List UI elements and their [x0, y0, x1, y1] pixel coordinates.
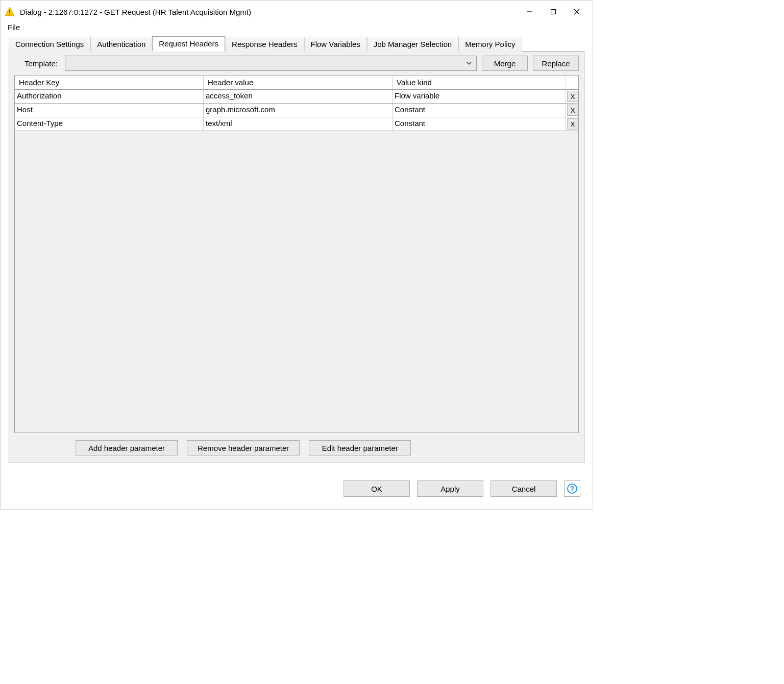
- window-title: Dialog - 2:1267:0:1272 - GET Request (HR…: [20, 8, 518, 16]
- add-header-button[interactable]: Add header parameter: [76, 440, 178, 455]
- merge-button[interactable]: Merge: [482, 56, 528, 71]
- cell-kind[interactable]: Constant: [393, 117, 566, 131]
- svg-text:?: ?: [570, 485, 575, 493]
- tab-connection-settings[interactable]: Connection Settings: [9, 37, 90, 52]
- cell-kind[interactable]: Constant: [393, 104, 566, 117]
- tab-job-manager-selection[interactable]: Job Manager Selection: [367, 37, 458, 52]
- tab-area: Connection Settings Authentication Reque…: [1, 36, 593, 463]
- template-combobox[interactable]: [65, 56, 477, 71]
- col-header-kind[interactable]: Value kind: [393, 75, 566, 89]
- minimize-button[interactable]: [518, 4, 542, 19]
- col-header-key[interactable]: Header Key: [15, 75, 204, 89]
- tab-request-headers[interactable]: Request Headers: [152, 36, 225, 52]
- svg-rect-4: [551, 10, 556, 14]
- headers-table: Header Key Header value Value kind Autho…: [14, 75, 579, 433]
- cell-key[interactable]: Authorization: [15, 90, 204, 103]
- help-icon: ?: [567, 483, 578, 494]
- cell-value[interactable]: access_token: [204, 90, 393, 103]
- table-row[interactable]: Content-Type text/xml Constant X: [15, 117, 578, 131]
- dialog-footer: OK Apply Cancel ?: [1, 463, 593, 509]
- table-row[interactable]: Authorization access_token Flow variable…: [15, 90, 578, 104]
- tab-flow-variables[interactable]: Flow Variables: [304, 37, 367, 52]
- tabstrip: Connection Settings Authentication Reque…: [9, 36, 584, 52]
- menu-file[interactable]: File: [5, 22, 23, 33]
- table-actions: Add header parameter Remove header param…: [70, 433, 584, 463]
- replace-button[interactable]: Replace: [533, 56, 579, 71]
- edit-header-button[interactable]: Edit header parameter: [309, 440, 411, 455]
- remove-header-button[interactable]: Remove header parameter: [187, 440, 300, 455]
- window-controls: [518, 4, 589, 19]
- tab-response-headers[interactable]: Response Headers: [225, 37, 304, 52]
- cancel-button[interactable]: Cancel: [491, 480, 557, 497]
- col-header-delete: [566, 75, 578, 89]
- ok-button[interactable]: OK: [344, 480, 410, 497]
- cell-key[interactable]: Host: [15, 104, 204, 117]
- menubar: File: [1, 21, 593, 36]
- dialog-window: Dialog - 2:1267:0:1272 - GET Request (HR…: [0, 0, 593, 510]
- table-empty-area: [15, 131, 578, 433]
- chevron-down-icon: [466, 60, 472, 66]
- svg-rect-2: [9, 14, 10, 15]
- template-row: Template: Merge Replace: [9, 52, 584, 75]
- delete-row-button[interactable]: X: [567, 105, 578, 116]
- delete-row-button[interactable]: X: [567, 91, 578, 102]
- tab-authentication[interactable]: Authentication: [90, 37, 152, 52]
- maximize-button[interactable]: [542, 4, 565, 19]
- table-header-row: Header Key Header value Value kind: [15, 75, 578, 90]
- cell-value[interactable]: text/xml: [204, 117, 393, 131]
- table-body: Authorization access_token Flow variable…: [15, 90, 578, 131]
- help-button[interactable]: ?: [564, 480, 580, 497]
- delete-row-button[interactable]: X: [567, 118, 578, 130]
- apply-button[interactable]: Apply: [417, 480, 483, 497]
- titlebar: Dialog - 2:1267:0:1272 - GET Request (HR…: [1, 1, 593, 21]
- tab-panel-request-headers: Template: Merge Replace Header Key Heade…: [9, 51, 584, 463]
- tab-memory-policy[interactable]: Memory Policy: [458, 37, 522, 52]
- cell-kind[interactable]: Flow variable: [393, 90, 566, 103]
- table-row[interactable]: Host graph.microsoft.com Constant X: [15, 104, 578, 117]
- close-button[interactable]: [565, 4, 589, 19]
- cell-key[interactable]: Content-Type: [15, 117, 204, 131]
- col-header-value[interactable]: Header value: [204, 75, 393, 89]
- cell-value[interactable]: graph.microsoft.com: [204, 104, 393, 117]
- svg-rect-1: [9, 10, 10, 13]
- app-icon: [5, 7, 15, 17]
- template-label: Template:: [14, 59, 60, 68]
